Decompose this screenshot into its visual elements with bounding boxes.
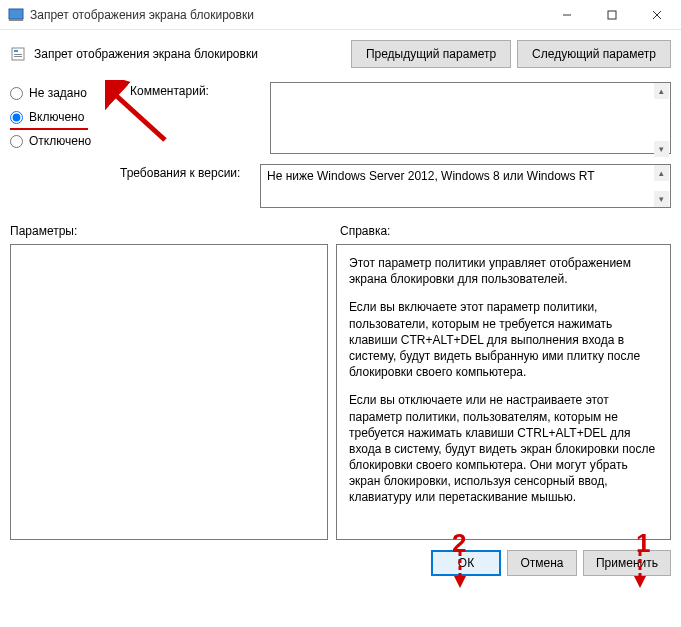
svg-rect-7	[14, 50, 18, 52]
svg-rect-3	[608, 11, 616, 19]
close-button[interactable]	[634, 1, 679, 29]
svg-rect-1	[9, 19, 23, 21]
scroll-down-icon[interactable]: ▾	[654, 141, 669, 157]
radio-disabled-label: Отключено	[29, 134, 91, 148]
window-title: Запрет отображения экрана блокировки	[30, 8, 254, 22]
cancel-button[interactable]: Отмена	[507, 550, 577, 576]
scroll-down-icon[interactable]: ▾	[654, 191, 669, 207]
svg-rect-0	[9, 9, 23, 19]
app-icon	[8, 7, 24, 23]
page-title: Запрет отображения экрана блокировки	[34, 47, 258, 61]
footer: ОК Отмена Применить	[0, 540, 681, 586]
comment-textarea[interactable]	[270, 82, 671, 154]
body-area: Не задано Включено Отключено Комментарий…	[0, 82, 681, 540]
policy-icon	[10, 46, 26, 62]
help-label: Справка:	[340, 224, 390, 238]
comment-label: Комментарий:	[130, 82, 260, 158]
window-controls	[544, 1, 679, 29]
radio-disabled-input[interactable]	[10, 135, 23, 148]
svg-rect-8	[14, 54, 22, 55]
options-label: Параметры:	[10, 224, 330, 238]
scroll-up-icon[interactable]: ▴	[654, 83, 669, 99]
help-paragraph-1: Этот параметр политики управляет отображ…	[349, 255, 658, 287]
requirements-label: Требования к версии:	[120, 164, 250, 208]
maximize-button[interactable]	[589, 1, 634, 29]
radio-enabled[interactable]: Включено	[10, 110, 110, 124]
next-setting-button[interactable]: Следующий параметр	[517, 40, 671, 68]
radio-not-configured[interactable]: Не задано	[10, 86, 110, 100]
scroll-up-icon[interactable]: ▴	[654, 165, 669, 181]
options-panel	[10, 244, 328, 540]
titlebar: Запрет отображения экрана блокировки	[0, 0, 681, 30]
svg-rect-9	[14, 56, 22, 57]
radio-disabled[interactable]: Отключено	[10, 134, 110, 148]
requirements-box: Не ниже Windows Server 2012, Windows 8 и…	[260, 164, 671, 208]
radio-not-configured-input[interactable]	[10, 87, 23, 100]
ok-button[interactable]: ОК	[431, 550, 501, 576]
apply-button[interactable]: Применить	[583, 550, 671, 576]
help-panel: Этот параметр политики управляет отображ…	[336, 244, 671, 540]
radio-enabled-label: Включено	[29, 110, 84, 124]
minimize-button[interactable]	[544, 1, 589, 29]
radio-enabled-input[interactable]	[10, 111, 23, 124]
header-row: Запрет отображения экрана блокировки Пре…	[0, 30, 681, 76]
radio-not-configured-label: Не задано	[29, 86, 87, 100]
state-radio-group: Не задано Включено Отключено	[10, 82, 110, 158]
help-paragraph-3: Если вы отключаете или не настраиваете э…	[349, 392, 658, 505]
requirements-text: Не ниже Windows Server 2012, Windows 8 и…	[267, 169, 595, 183]
annotation-underline	[10, 128, 88, 130]
previous-setting-button[interactable]: Предыдущий параметр	[351, 40, 511, 68]
help-paragraph-2: Если вы включаете этот параметр политики…	[349, 299, 658, 380]
